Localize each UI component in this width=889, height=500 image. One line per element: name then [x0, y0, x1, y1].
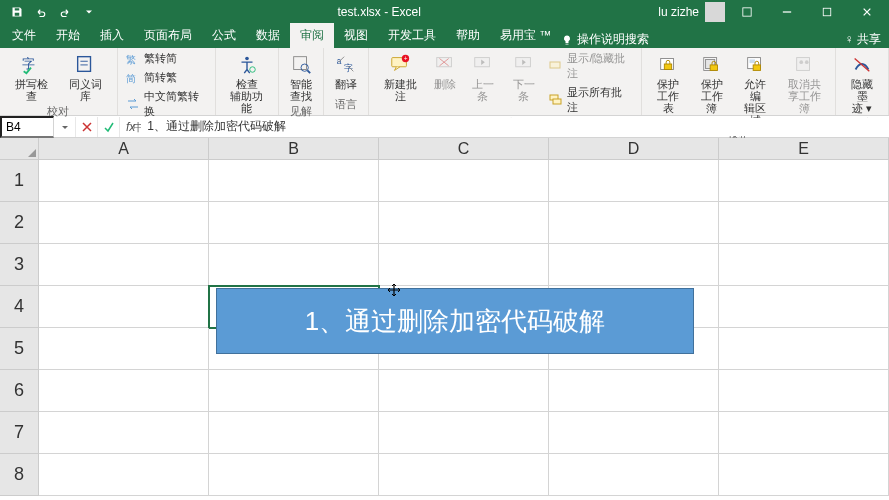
cell[interactable]	[719, 328, 889, 370]
row-header[interactable]: 5	[0, 328, 39, 370]
share-button[interactable]: ♀ 共享	[845, 31, 881, 48]
cell[interactable]	[719, 244, 889, 286]
tab-review[interactable]: 审阅	[290, 23, 334, 48]
svg-text:字: 字	[344, 63, 353, 73]
translate-button[interactable]: a字 翻译	[330, 50, 362, 92]
maximize-icon[interactable]	[809, 0, 845, 24]
ribbon-display-icon[interactable]	[729, 0, 765, 24]
cell[interactable]	[39, 370, 209, 412]
formula-input[interactable]	[141, 118, 889, 136]
cell[interactable]	[549, 454, 719, 496]
spreadsheet-grid[interactable]: A B C D E 1 2 3 4 5 6 7 8 1、通过删除加密代码破解	[0, 138, 889, 500]
accessibility-icon	[235, 52, 259, 76]
cell[interactable]	[39, 244, 209, 286]
cell[interactable]	[379, 202, 549, 244]
cell[interactable]	[549, 244, 719, 286]
cell[interactable]	[719, 412, 889, 454]
col-header-a[interactable]: A	[39, 138, 209, 159]
cancel-formula-icon[interactable]	[76, 117, 98, 137]
tab-yiyongbao[interactable]: 易用宝 ™	[490, 23, 561, 48]
cell[interactable]	[39, 202, 209, 244]
showall-comments-button[interactable]: 显示所有批注	[547, 84, 635, 116]
cell[interactable]	[719, 160, 889, 202]
ribbon-content: 字 拼写检查 同义词库 校对 繁繁转简 简简转繁 中文简繁转换 中文简繁转换 检…	[0, 48, 889, 116]
col-header-b[interactable]: B	[209, 138, 379, 159]
protect-workbook-button[interactable]: 保护 工作簿	[692, 50, 732, 116]
user-account[interactable]: lu zizhe	[658, 2, 725, 22]
row-header[interactable]: 1	[0, 160, 39, 202]
group-label-language: 语言	[330, 97, 362, 113]
hide-ink-button[interactable]: 隐藏墨 迹 ▾	[842, 50, 882, 116]
cell[interactable]	[719, 370, 889, 412]
tab-home[interactable]: 开始	[46, 23, 90, 48]
enter-formula-icon[interactable]	[98, 117, 120, 137]
cell[interactable]	[209, 454, 379, 496]
tab-developer[interactable]: 开发工具	[378, 23, 446, 48]
cell[interactable]	[549, 160, 719, 202]
cell[interactable]	[549, 412, 719, 454]
name-box[interactable]	[0, 116, 54, 138]
cell[interactable]	[209, 202, 379, 244]
close-icon[interactable]	[849, 0, 885, 24]
cell[interactable]	[379, 454, 549, 496]
cell[interactable]	[549, 202, 719, 244]
tab-help[interactable]: 帮助	[446, 23, 490, 48]
check-accessibility-button[interactable]: 检查 辅助功能	[222, 50, 272, 116]
row-header[interactable]: 4	[0, 286, 39, 328]
row-header[interactable]: 3	[0, 244, 39, 286]
qat-more-icon[interactable]	[78, 1, 100, 23]
cell[interactable]	[209, 412, 379, 454]
cell[interactable]	[39, 286, 209, 328]
tell-me-search[interactable]: 操作说明搜索	[561, 31, 649, 48]
redo-icon[interactable]	[54, 1, 76, 23]
undo-icon[interactable]	[30, 1, 52, 23]
tab-formulas[interactable]: 公式	[202, 23, 246, 48]
minimize-icon[interactable]	[769, 0, 805, 24]
cell[interactable]	[719, 286, 889, 328]
cell[interactable]	[379, 160, 549, 202]
cell[interactable]	[39, 328, 209, 370]
tab-insert[interactable]: 插入	[90, 23, 134, 48]
thesaurus-button[interactable]: 同义词库	[60, 50, 110, 104]
cell[interactable]	[39, 412, 209, 454]
cell[interactable]	[209, 160, 379, 202]
cell[interactable]	[39, 454, 209, 496]
cell[interactable]	[209, 244, 379, 286]
tab-pagelayout[interactable]: 页面布局	[134, 23, 202, 48]
simp-to-trad-button[interactable]: 简简转繁	[124, 69, 209, 86]
row-header[interactable]: 7	[0, 412, 39, 454]
cell[interactable]	[719, 454, 889, 496]
smart-lookup-button[interactable]: 智能 查找	[285, 50, 317, 104]
trad-to-simp-button[interactable]: 繁繁转简	[124, 50, 209, 67]
new-comment-button[interactable]: + 新建批注	[375, 50, 425, 104]
cell[interactable]	[379, 370, 549, 412]
cell[interactable]	[209, 370, 379, 412]
cell[interactable]	[379, 244, 549, 286]
svg-text:+: +	[404, 55, 408, 62]
row-header[interactable]: 8	[0, 454, 39, 496]
col-header-e[interactable]: E	[719, 138, 889, 159]
namebox-dropdown-icon[interactable]	[54, 117, 76, 137]
chinese-conv-button[interactable]: 中文简繁转换	[124, 88, 209, 120]
group-ink: 隐藏墨 迹 ▾ 墨迹	[836, 48, 889, 115]
cell[interactable]	[719, 202, 889, 244]
spellcheck-button[interactable]: 字 拼写检查	[6, 50, 56, 104]
col-header-c[interactable]: C	[379, 138, 549, 159]
cell[interactable]	[39, 160, 209, 202]
group-language: a字 翻译 语言	[324, 48, 369, 115]
text-shape[interactable]: 1、通过删除加密代码破解	[216, 288, 694, 354]
fx-icon[interactable]: fx	[120, 120, 141, 134]
protect-sheet-button[interactable]: 保护 工作表	[648, 50, 688, 116]
tab-file[interactable]: 文件	[2, 23, 46, 48]
col-header-d[interactable]: D	[549, 138, 719, 159]
svg-rect-31	[710, 65, 717, 71]
tab-data[interactable]: 数据	[246, 23, 290, 48]
cell[interactable]	[379, 412, 549, 454]
cell[interactable]	[549, 370, 719, 412]
save-icon[interactable]	[6, 1, 28, 23]
select-all-corner[interactable]	[0, 138, 39, 159]
titlebar: test.xlsx - Excel lu zizhe	[0, 0, 889, 24]
row-header[interactable]: 2	[0, 202, 39, 244]
tab-view[interactable]: 视图	[334, 23, 378, 48]
row-header[interactable]: 6	[0, 370, 39, 412]
